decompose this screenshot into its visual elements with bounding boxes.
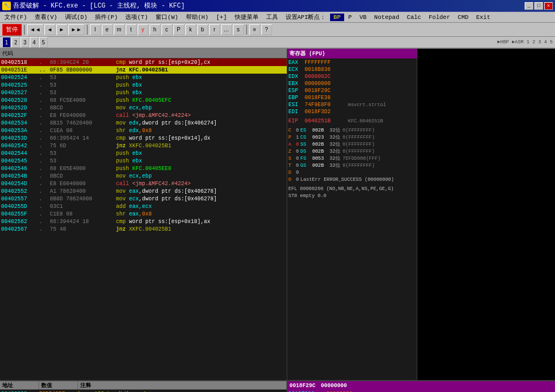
- tb-y[interactable]: y: [138, 24, 149, 35]
- disasm-table[interactable]: 00402518 . 66:394C24 20 cmp word ptr ss:…: [0, 58, 287, 380]
- reg-row-edi: EDI 0018F3D2: [288, 108, 416, 115]
- menu-vb[interactable]: VB: [356, 14, 370, 21]
- reg-row-edx: EDX 0000002C: [288, 73, 416, 80]
- disasm-bytes: 66:395424 14: [50, 135, 115, 141]
- menu-shortcuts[interactable]: 快捷菜单: [231, 12, 262, 22]
- disasm-row[interactable]: 0040252F . E8 FE040000 call <jmp.&MFC42.…: [0, 112, 287, 119]
- disasm-row[interactable]: 00402546 . 68 E05E4000 push KFC.00405EE0: [0, 165, 287, 172]
- disasm-row[interactable]: 0040255F . C1E8 08 shr eax,0x8: [0, 210, 287, 218]
- tb-k[interactable]: k: [185, 24, 196, 35]
- disasm-row[interactable]: 00402524 . 53 push ebx: [0, 74, 287, 81]
- menu-p[interactable]: P: [345, 14, 356, 21]
- app-icon: 🔧: [2, 2, 11, 10]
- labels-panel: 地址 数值 注释 00403000 76D549D7 kerne132.Load…: [0, 381, 287, 392]
- disasm-row[interactable]: 0040251E .. 0F85 8B000000 jnz KFC.004025…: [0, 66, 287, 74]
- disasm-inst: cmp word ptr ss:[esp+0x14],dx: [115, 135, 287, 141]
- tb2-1[interactable]: 1: [2, 37, 11, 48]
- disasm-bytes: C1E8 08: [50, 211, 115, 217]
- disasm-row[interactable]: 00402552 . A1 78620400 mov eax,dword ptr…: [0, 187, 287, 195]
- disasm-row[interactable]: 00402557 . 8B0D 70624000 mov ecx,dword p…: [0, 195, 287, 202]
- close-button[interactable]: ✕: [544, 2, 553, 10]
- tb-list[interactable]: ≡: [249, 24, 260, 35]
- tb-back[interactable]: ◄◄: [27, 24, 43, 35]
- disasm-bytes: C1EA 08: [50, 128, 115, 134]
- menu-view[interactable]: 查看(V): [31, 12, 61, 22]
- menu-plugin[interactable]: 插件(P): [92, 12, 121, 22]
- pause-button[interactable]: 暂停: [2, 24, 22, 36]
- menu-plus[interactable]: [+]: [213, 14, 230, 21]
- tb-t[interactable]: t: [126, 24, 137, 35]
- tb-help[interactable]: ?: [261, 24, 272, 35]
- tb-h[interactable]: h: [150, 24, 160, 35]
- disasm-row[interactable]: 00402527 . 53 push ebx: [0, 89, 287, 96]
- disasm-row[interactable]: 0040252D . 8BCD mov ecx,ebp: [0, 104, 287, 112]
- disasm-inst: mov ecx,ebp: [115, 173, 287, 179]
- tb2-2[interactable]: 2: [11, 37, 20, 48]
- disasm-row[interactable]: 00402562 . 66:394424 18 cmp word ptr ss:…: [0, 218, 287, 225]
- disasm-row[interactable]: 0040253D . 66:395424 14 cmp word ptr ss:…: [0, 134, 287, 142]
- stack-table[interactable]: 0018F29C 00000000 0018F2A0 00000001 0018…: [287, 390, 555, 392]
- disasm-row[interactable]: 0040254B . 8BCD mov ecx,ebp: [0, 172, 287, 180]
- menu-window[interactable]: 窗口(W): [152, 12, 182, 22]
- tb-e[interactable]: e: [102, 24, 113, 35]
- reg-row-eax: EAX FFFFFFFF: [288, 59, 416, 66]
- disasm-bytes: 8BCD: [50, 173, 115, 179]
- disasm-bytes: 53: [50, 82, 115, 88]
- menu-exit[interactable]: Exit: [473, 14, 493, 21]
- menu-help[interactable]: 帮助(H): [183, 12, 212, 22]
- tb-r[interactable]: r: [209, 24, 220, 35]
- menu-folder[interactable]: Folder: [425, 14, 454, 21]
- disasm-bytes: 53: [50, 90, 115, 96]
- disasm-inst: push ebx: [115, 158, 287, 164]
- disasm-row[interactable]: 0040255D . 03C1 add eax,ecx: [0, 202, 287, 210]
- menu-bp[interactable]: BP: [330, 14, 344, 21]
- tb2-3[interactable]: 3: [21, 37, 29, 48]
- restore-button[interactable]: □: [534, 2, 543, 10]
- tb-dots[interactable]: …: [221, 24, 232, 35]
- tb-m[interactable]: m: [114, 24, 125, 35]
- lbl-row[interactable]: 00403000 76D549D7 kerne132.LoadLibraryA: [0, 390, 287, 392]
- disasm-row[interactable]: 00402518 . 66:394C24 20 cmp word ptr ss:…: [0, 58, 287, 66]
- disasm-row[interactable]: 00402542 . 75 6D jnz XKFC.004025B1: [0, 142, 287, 149]
- disasm-row[interactable]: 00402567 . 75 48 jnz XKFC.004025B1: [0, 225, 287, 233]
- tb-P[interactable]: P: [173, 24, 184, 35]
- disasm-row[interactable]: 0040254D . E8 E0040000 call <jmp.&MFC42.…: [0, 180, 287, 187]
- menu-calc[interactable]: Calc: [404, 14, 424, 21]
- disasm-rel: .: [39, 151, 50, 156]
- menu-tools[interactable]: 工具: [263, 12, 281, 22]
- disasm-rel: .: [39, 135, 50, 141]
- disasm-addr: 0040255F: [0, 211, 39, 217]
- disasm-bytes: 68 FC5E4000: [50, 97, 115, 103]
- disasm-addr: 00402557: [0, 196, 39, 202]
- disasm-row[interactable]: 00402534 . 8B15 74620400 mov edx,dword p…: [0, 119, 287, 127]
- menu-cmd[interactable]: CMD: [455, 14, 472, 21]
- menu-options[interactable]: 选项(T): [122, 12, 151, 22]
- tb-l[interactable]: l: [90, 24, 101, 35]
- tb-next[interactable]: ►: [56, 24, 67, 35]
- disasm-row[interactable]: 00402544 . 53 push ebx: [0, 149, 287, 157]
- st0-row: ST0 empty 0.0: [288, 192, 416, 199]
- tb-prev[interactable]: ◄: [44, 24, 55, 35]
- labels-table[interactable]: 00403000 76D549D7 kerne132.LoadLibraryA …: [0, 390, 287, 392]
- disasm-row[interactable]: 00402545 . 53 push ebx: [0, 157, 287, 165]
- menu-debug[interactable]: 调试(D): [62, 12, 91, 22]
- tb-b[interactable]: b: [197, 24, 208, 35]
- menu-notepad[interactable]: Notepad: [371, 14, 402, 21]
- tb2-4[interactable]: 4: [30, 37, 38, 48]
- disasm-inst: mov edx,dword ptr ds:[0x406274]: [115, 120, 287, 126]
- disasm-rel: .: [39, 113, 50, 119]
- tb-c[interactable]: c: [162, 24, 172, 35]
- tb-fwd[interactable]: ►►: [68, 24, 85, 35]
- minimize-button[interactable]: _: [525, 2, 533, 10]
- tb2-5[interactable]: 5: [39, 37, 48, 48]
- disasm-inst: shr edx,0x8: [115, 128, 287, 134]
- stk-row-selected[interactable]: 0018F29C 00000000: [287, 390, 555, 392]
- disasm-row[interactable]: 00402525 . 53 push ebx: [0, 81, 287, 89]
- disasm-row[interactable]: 0040253A . C1EA 08 shr edx,0x8: [0, 127, 287, 134]
- menu-file[interactable]: 文件(F): [1, 12, 30, 22]
- menu-api[interactable]: 设置API断点：: [282, 12, 330, 22]
- tb-s[interactable]: s: [233, 24, 244, 35]
- reg-row-ebp: EBP 0018FE38: [288, 94, 416, 101]
- disasm-addr: 0040253D: [0, 135, 39, 141]
- disasm-row[interactable]: 00402528 . 68 FC5E4000 push KFC.00405EFC: [0, 96, 287, 104]
